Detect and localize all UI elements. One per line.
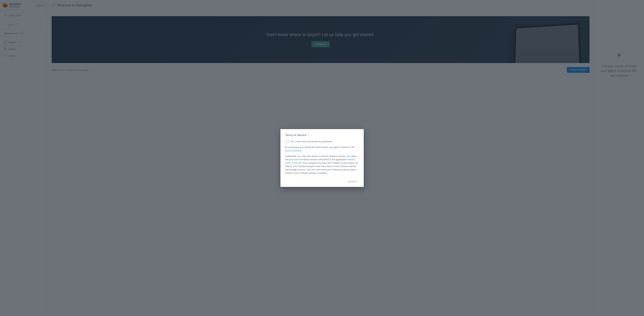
tos-dialog: Terms of Service * Yes, I have read and … — [280, 129, 364, 187]
accept-checkbox[interactable] — [286, 140, 289, 143]
accept-checkbox-row: Yes, I have read and accept the agreemen… — [285, 140, 359, 143]
p1-before: By proceeding and clicking the button be… — [285, 146, 355, 148]
dialog-paragraph-1: By proceeding and clicking the button be… — [285, 146, 359, 152]
dialog-title: Terms of Service * — [285, 133, 359, 137]
accept-button[interactable]: ACCEPT — [346, 179, 359, 184]
modal-overlay: Terms of Service * Yes, I have read and … — [0, 0, 644, 316]
required-asterisk: * — [308, 133, 309, 137]
dialog-title-text: Terms of Service — [285, 133, 306, 137]
dialog-paragraph-2: Additionally, you may have access to cer… — [285, 155, 359, 175]
accept-checkbox-label: Yes, I have read and accept the agreemen… — [290, 140, 333, 143]
dialog-actions: ACCEPT — [285, 179, 359, 184]
tos-link[interactable]: Terms of Service — [285, 149, 302, 152]
p1-after: . — [301, 149, 302, 152]
